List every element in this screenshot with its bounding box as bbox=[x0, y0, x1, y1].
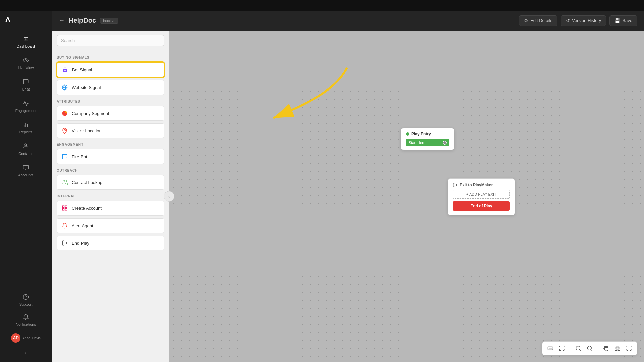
save-label: Save bbox=[622, 18, 632, 23]
version-history-button[interactable]: ↺ Version History bbox=[561, 15, 606, 26]
reports-label: Reports bbox=[19, 130, 33, 134]
edit-details-button[interactable]: ⚙ Edit Details bbox=[519, 15, 557, 26]
contacts-label: Contacts bbox=[18, 152, 33, 156]
zoom-out-icon[interactable] bbox=[585, 344, 594, 353]
panel-toggle-button[interactable]: ‹ bbox=[164, 191, 174, 202]
panel-item-company-segment[interactable]: Company Segment bbox=[57, 106, 164, 121]
canvas[interactable]: Play Entry Start Here Exit to PlayMaker bbox=[169, 31, 644, 362]
end-of-play-button[interactable]: End of Play bbox=[453, 201, 510, 211]
toolbar-divider-2 bbox=[598, 344, 598, 352]
username-label: Anael Davis bbox=[22, 336, 40, 340]
svg-rect-5 bbox=[23, 165, 29, 169]
user-profile[interactable]: AD Anael Davis bbox=[3, 330, 49, 345]
reports-icon bbox=[22, 121, 30, 129]
chat-icon bbox=[22, 78, 30, 86]
end-play-icon bbox=[61, 239, 68, 247]
section-attributes: ATTRIBUTES Company Segment Visitor Loca bbox=[57, 100, 164, 138]
panel-item-visitor-location[interactable]: Visitor Location bbox=[57, 123, 164, 138]
visitor-location-icon bbox=[61, 127, 68, 134]
panel-content: BUYING SIGNALS Bot Signal Website Signa bbox=[52, 50, 169, 362]
panel-item-alert-agent[interactable]: Alert Agent bbox=[57, 218, 164, 233]
sidebar-item-engagement[interactable]: Engagement bbox=[2, 96, 50, 116]
add-play-exit-label: + ADD PLAY EXIT bbox=[466, 192, 496, 196]
create-account-label: Create Account bbox=[72, 206, 102, 211]
grid-icon[interactable] bbox=[613, 344, 622, 353]
page-title: HelpDoc bbox=[69, 17, 96, 24]
internal-label: INTERNAL bbox=[57, 194, 164, 198]
create-account-icon bbox=[61, 204, 68, 212]
back-button[interactable]: ← bbox=[59, 17, 65, 24]
sidebar-item-notifications[interactable]: Notifications bbox=[3, 310, 49, 329]
canvas-toolbar bbox=[542, 341, 637, 355]
panel-item-fire-bot[interactable]: Fire Bot bbox=[57, 149, 164, 164]
engagement-label: Engagement bbox=[15, 109, 36, 113]
svg-rect-19 bbox=[65, 206, 67, 207]
panel-item-website-signal[interactable]: Website Signal bbox=[57, 80, 164, 95]
start-here-label: Start Here bbox=[409, 141, 425, 145]
play-entry-node[interactable]: Play Entry Start Here bbox=[401, 128, 454, 150]
sidebar-item-dashboard[interactable]: ⊞ Dashboard bbox=[2, 32, 50, 52]
search-input[interactable] bbox=[57, 35, 164, 46]
sidebar-item-contacts[interactable]: Contacts bbox=[2, 139, 50, 159]
sidebar-item-support[interactable]: Support bbox=[3, 290, 49, 309]
panel-item-end-play[interactable]: End Play bbox=[57, 236, 164, 250]
main-content: ← HelpDoc inactive ⚙ Edit Details ↺ Vers… bbox=[52, 11, 644, 362]
canvas-wrapper: BUYING SIGNALS Bot Signal Website Signa bbox=[52, 31, 644, 362]
frame-icon[interactable] bbox=[557, 344, 567, 353]
panel-item-bot-signal[interactable]: Bot Signal bbox=[57, 62, 164, 77]
svg-rect-25 bbox=[548, 347, 553, 350]
alert-agent-label: Alert Agent bbox=[72, 223, 93, 228]
keyboard-icon[interactable] bbox=[546, 344, 555, 353]
zoom-in-icon[interactable] bbox=[574, 344, 583, 353]
svg-rect-10 bbox=[63, 69, 67, 72]
alert-agent-icon bbox=[61, 222, 68, 229]
node-title: Play Entry bbox=[406, 132, 449, 136]
svg-point-11 bbox=[64, 70, 65, 71]
support-icon bbox=[22, 293, 30, 301]
top-bar bbox=[0, 0, 644, 11]
notifications-icon bbox=[22, 313, 30, 321]
header: ← HelpDoc inactive ⚙ Edit Details ↺ Vers… bbox=[52, 11, 644, 31]
svg-point-17 bbox=[63, 180, 65, 182]
visitor-location-label: Visitor Location bbox=[72, 128, 102, 133]
contacts-icon bbox=[22, 142, 30, 150]
svg-point-16 bbox=[64, 129, 66, 131]
sidebar-bottom: Support Notifications AD Anael Davis ‹ bbox=[0, 287, 52, 362]
contact-lookup-label: Contact Lookup bbox=[72, 180, 102, 185]
start-here-button[interactable]: Start Here bbox=[406, 139, 449, 146]
svg-line-32 bbox=[579, 349, 580, 350]
add-play-exit-button[interactable]: + ADD PLAY EXIT bbox=[453, 190, 510, 199]
panel-item-create-account[interactable]: Create Account bbox=[57, 201, 164, 216]
green-dot-icon bbox=[406, 132, 409, 136]
sidebar-item-accounts[interactable]: Accounts bbox=[2, 160, 50, 180]
accounts-icon bbox=[22, 164, 30, 172]
sidebar-item-reports[interactable]: Reports bbox=[2, 117, 50, 137]
arrow-annotation bbox=[253, 61, 354, 135]
hand-icon[interactable] bbox=[601, 344, 611, 353]
live-view-icon bbox=[22, 56, 30, 64]
panel-toggle-icon: ‹ bbox=[168, 194, 170, 199]
logo-icon: Λ bbox=[5, 15, 15, 25]
chat-label: Chat bbox=[22, 87, 30, 91]
website-signal-icon bbox=[61, 84, 68, 91]
svg-rect-38 bbox=[615, 346, 617, 348]
fullscreen-icon[interactable] bbox=[624, 344, 634, 353]
sidebar-collapse-btn[interactable]: ‹ bbox=[3, 347, 49, 359]
notifications-label: Notifications bbox=[16, 322, 36, 326]
save-button[interactable]: 💾 Save bbox=[609, 15, 637, 26]
edit-details-label: Edit Details bbox=[530, 18, 552, 23]
svg-rect-40 bbox=[618, 349, 620, 351]
section-engagement: ENGAGEMENT Fire Bot bbox=[57, 143, 164, 164]
company-segment-label: Company Segment bbox=[72, 111, 109, 116]
svg-point-4 bbox=[25, 144, 27, 146]
sidebar-item-chat[interactable]: Chat bbox=[2, 74, 50, 95]
svg-rect-21 bbox=[62, 209, 64, 210]
panel-item-contact-lookup[interactable]: Contact Lookup bbox=[57, 175, 164, 190]
fire-bot-label: Fire Bot bbox=[72, 154, 87, 159]
sidebar-item-live-view[interactable]: Live View bbox=[2, 53, 50, 73]
dashboard-icon: ⊞ bbox=[22, 35, 30, 43]
sidebar: Λ ⊞ Dashboard Live View Chat bbox=[0, 11, 52, 362]
sidebar-nav: ⊞ Dashboard Live View Chat Engagement bbox=[0, 29, 52, 287]
contact-lookup-icon bbox=[61, 179, 68, 186]
exit-node[interactable]: Exit to PlayMaker + ADD PLAY EXIT End of… bbox=[448, 178, 515, 215]
